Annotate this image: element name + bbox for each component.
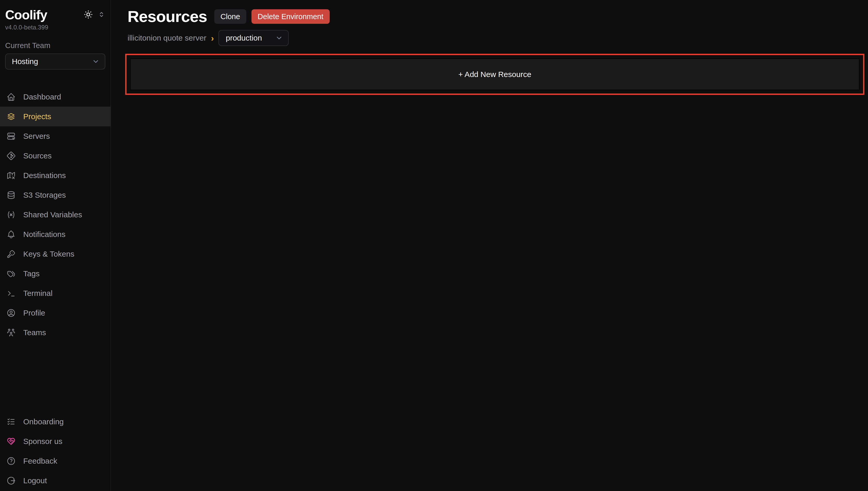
delete-environment-button[interactable]: Delete Environment <box>251 9 330 24</box>
add-new-resource-button[interactable]: + Add New Resource <box>130 58 860 90</box>
sidebar-item-shared-variables[interactable]: Shared Variables <box>0 205 111 225</box>
page-title: Resources <box>128 7 207 26</box>
chevron-down-icon <box>92 58 100 65</box>
clone-button[interactable]: Clone <box>214 9 246 24</box>
sidebar-item-sources[interactable]: Sources <box>0 146 111 166</box>
sidebar-item-keys-tokens[interactable]: Keys & Tokens <box>0 244 111 264</box>
chevron-down-icon <box>275 34 283 42</box>
breadcrumb: illicitonion quote server › production <box>125 30 864 46</box>
sidebar-item-label: Servers <box>23 132 50 141</box>
sidebar-item-projects[interactable]: Projects <box>0 107 111 126</box>
page-header: Resources Clone Delete Environment <box>125 7 864 26</box>
environment-select[interactable]: production <box>218 30 289 46</box>
home-icon <box>6 92 16 102</box>
variables-icon <box>6 210 16 220</box>
sidebar-item-notifications[interactable]: Notifications <box>0 225 111 244</box>
app-root: Coolify v4.0.0-beta.399 Current Team Hos… <box>0 0 868 491</box>
sidebar-item-label: Shared Variables <box>23 210 82 219</box>
environment-select-value: production <box>226 34 262 42</box>
annotation-highlight: + Add New Resource <box>125 54 864 95</box>
sidebar-item-servers[interactable]: Servers <box>0 126 111 146</box>
team-select-value: Hosting <box>12 57 38 66</box>
sidebar-item-label: Projects <box>23 112 51 121</box>
sidebar-item-label: Sources <box>23 151 52 160</box>
sidebar-spacer <box>0 342 111 412</box>
sidebar: Coolify v4.0.0-beta.399 Current Team Hos… <box>0 0 111 491</box>
sidebar-item-label: Profile <box>23 309 45 317</box>
user-circle-icon <box>6 308 16 318</box>
sidebar-item-dashboard[interactable]: Dashboard <box>0 87 111 107</box>
sidebar-item-label: Keys & Tokens <box>23 250 74 258</box>
sidebar-item-label: Tags <box>23 269 39 278</box>
chevron-right-icon: › <box>211 34 214 42</box>
sidebar-item-label: Onboarding <box>23 417 64 426</box>
sidebar-item-teams[interactable]: Teams <box>0 323 111 342</box>
map-icon <box>6 171 16 180</box>
sidebar-item-label: Notifications <box>23 230 65 239</box>
sidebar-item-destinations[interactable]: Destinations <box>0 166 111 185</box>
sidebar-footer-nav: OnboardingSponsor usFeedbackLogout <box>0 412 111 491</box>
theme-selector-icon[interactable] <box>98 10 105 18</box>
sidebar-item-onboarding[interactable]: Onboarding <box>0 412 111 432</box>
sidebar-item-label: Logout <box>23 476 47 485</box>
sidebar-item-s3-storages[interactable]: S3 Storages <box>0 185 111 205</box>
sidebar-item-label: Teams <box>23 328 46 337</box>
bell-icon <box>6 229 16 239</box>
sidebar-item-feedback[interactable]: Feedback <box>0 451 111 471</box>
layers-icon <box>6 112 16 121</box>
sidebar-item-label: Feedback <box>23 457 57 465</box>
current-team-label: Current Team <box>5 41 105 50</box>
server-icon <box>6 131 16 141</box>
key-icon <box>6 249 16 259</box>
main-content: Resources Clone Delete Environment illic… <box>111 0 868 491</box>
sidebar-item-label: S3 Storages <box>23 191 66 200</box>
sidebar-item-logout[interactable]: Logout <box>0 471 111 490</box>
sidebar-header: Coolify v4.0.0-beta.399 Current Team Hos… <box>0 0 111 69</box>
heart-handshake-icon <box>6 436 16 446</box>
help-circle-icon <box>6 456 16 466</box>
database-icon <box>6 190 16 200</box>
terminal-icon <box>6 288 16 298</box>
sidebar-item-profile[interactable]: Profile <box>0 303 111 323</box>
git-icon <box>6 151 16 161</box>
sidebar-nav: DashboardProjectsServersSourcesDestinati… <box>0 87 111 342</box>
sidebar-item-label: Destinations <box>23 171 66 180</box>
team-select[interactable]: Hosting <box>5 54 105 69</box>
theme-toggle-sun-icon[interactable] <box>84 10 93 19</box>
sidebar-item-label: Terminal <box>23 289 53 298</box>
app-logo[interactable]: Coolify <box>5 7 47 23</box>
sidebar-item-label: Sponsor us <box>23 437 62 446</box>
sidebar-item-sponsor[interactable]: Sponsor us <box>0 432 111 451</box>
app-version: v4.0.0-beta.399 <box>5 24 105 31</box>
sidebar-item-terminal[interactable]: Terminal <box>0 284 111 303</box>
logout-icon <box>6 476 16 486</box>
sidebar-item-tags[interactable]: Tags <box>0 264 111 284</box>
sidebar-item-label: Dashboard <box>23 92 61 101</box>
breadcrumb-project-link[interactable]: illicitonion quote server <box>128 34 206 42</box>
tag-icon <box>6 269 16 279</box>
checklist-icon <box>6 417 16 427</box>
users-group-icon <box>6 328 16 338</box>
